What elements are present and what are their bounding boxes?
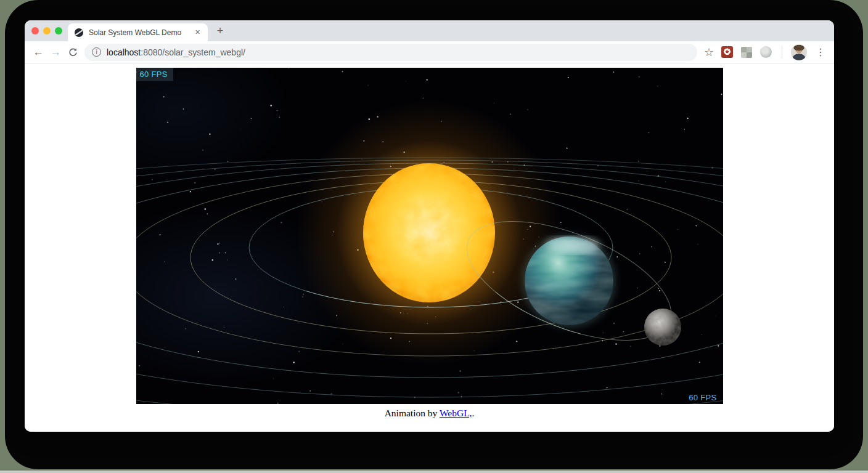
web-page: 60 FPS 60 FPS Animation by WebGL,. <box>25 68 834 432</box>
url-text: localhost:8080/solar_system_webgl/ <box>107 47 245 57</box>
tab-close-icon[interactable]: × <box>192 27 203 38</box>
caption-suffix: . <box>472 408 474 418</box>
webgl-link[interactable]: WebGL, <box>440 408 472 418</box>
sun-surface-texture <box>363 163 495 302</box>
planet-night-shade <box>525 236 613 325</box>
desktop-bottom-strip <box>0 471 868 473</box>
url-path: :8080/solar_system_webgl/ <box>141 47 245 57</box>
fps-counter-top-left: 60 FPS <box>136 68 173 81</box>
browser-window: Solar System WebGL Demo × + ← → i localh… <box>25 20 834 432</box>
bookmark-star-icon[interactable]: ☆ <box>700 44 718 61</box>
fps-counter-bottom-right: 60 FPS <box>689 393 716 402</box>
toolbar-divider <box>782 46 782 59</box>
traffic-lights <box>31 27 62 34</box>
webgl-canvas[interactable]: 60 FPS 60 FPS <box>136 68 723 404</box>
moon-crater-texture <box>644 309 681 346</box>
browser-tab[interactable]: Solar System WebGL Demo × <box>68 23 208 41</box>
red-extension-icon[interactable] <box>721 46 733 58</box>
tab-strip: Solar System WebGL Demo × + <box>25 20 834 41</box>
close-window-button[interactable] <box>31 27 39 34</box>
favicon-globe-icon <box>74 28 84 38</box>
site-info-icon[interactable]: i <box>92 47 101 57</box>
solar-system-scene <box>136 68 723 404</box>
url-host: localhost <box>107 47 141 57</box>
profile-avatar[interactable] <box>791 44 807 60</box>
refresh-icon <box>68 47 78 57</box>
back-button[interactable]: ← <box>30 44 47 61</box>
browser-toolbar: ← → i localhost:8080/solar_system_webgl/… <box>25 41 834 63</box>
forward-button[interactable]: → <box>47 44 64 61</box>
page-caption: Animation by WebGL,. <box>25 408 834 419</box>
new-tab-button[interactable]: + <box>211 22 229 39</box>
extension-icons <box>721 46 772 58</box>
browser-menu-icon[interactable]: ⋮ <box>812 44 829 61</box>
minimize-window-button[interactable] <box>43 27 51 34</box>
address-bar[interactable]: i localhost:8080/solar_system_webgl/ <box>84 44 697 61</box>
caption-prefix: Animation by <box>385 408 440 418</box>
mosaic-extension-icon[interactable] <box>741 47 752 58</box>
refresh-button[interactable] <box>64 44 81 61</box>
maximize-window-button[interactable] <box>55 27 62 34</box>
round-extension-icon[interactable] <box>760 46 772 58</box>
tab-title: Solar System WebGL Demo <box>89 28 192 37</box>
